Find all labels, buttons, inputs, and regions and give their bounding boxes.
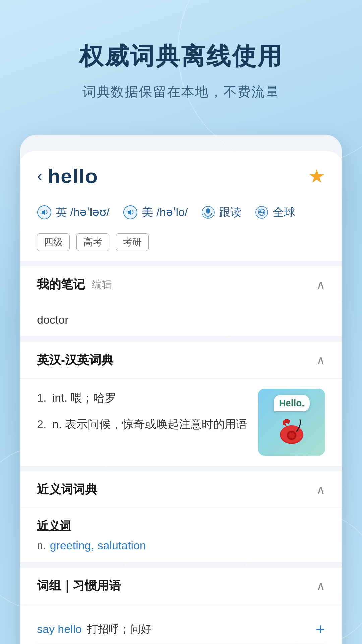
dict-def-2: 2. n. 表示问候，惊奇或唤起注意时的用语: [37, 415, 251, 433]
phrases-title: 词组｜习惯用语: [37, 578, 121, 594]
mic-icon: [201, 206, 215, 219]
hero-subtitle: 词典数据保留在本地，不费流量: [27, 83, 335, 101]
global-label: 全球: [273, 205, 295, 220]
svg-point-13: [294, 433, 296, 434]
dict-definitions: 1. int. 喂；哈罗 2. n. 表示问候，惊奇或唤起注意时的用语: [37, 389, 258, 441]
en-cn-dict-section: 英汉-汉英词典 ∧ 1. int. 喂；哈罗 2. n. 表示问候，惊奇或唤起注…: [20, 342, 342, 466]
pronunciation-row: 英 /həˈləʊ/ 美 /həˈlo/ 跟读: [20, 198, 342, 230]
global-icon: [255, 206, 268, 219]
speaker-uk-icon[interactable]: [37, 205, 52, 220]
phrases-collapse-icon[interactable]: ∧: [316, 579, 325, 593]
def-num-2: 2.: [37, 418, 46, 430]
pron-us: 美 /həˈlo/: [123, 205, 188, 220]
phrases-header: 词组｜习惯用语 ∧: [20, 568, 342, 604]
word-text: hello: [48, 165, 98, 188]
follow-read-label: 跟读: [219, 205, 242, 220]
telephone-illustration: [275, 415, 308, 448]
global-feature[interactable]: 全球: [255, 205, 295, 220]
dict-def-1: 1. int. 喂；哈罗: [37, 389, 251, 407]
word-header: ‹ hello ★: [20, 151, 342, 198]
dict-content: 1. int. 喂；哈罗 2. n. 表示问候，惊奇或唤起注意时的用语 Hell…: [20, 379, 342, 466]
phrase-add-icon-1[interactable]: +: [316, 620, 325, 638]
synonyms-content: 近义词 n. greeting, salutation: [20, 508, 342, 562]
note-text: doctor: [20, 303, 342, 336]
svg-point-12: [291, 431, 293, 433]
en-cn-dict-title: 英汉-汉英词典: [37, 352, 113, 368]
phrase-item-1: say hello 打招呼；问好 +: [37, 614, 325, 644]
notes-title: 我的笔记: [37, 276, 85, 293]
svg-point-14: [294, 436, 296, 438]
synonyms-collapse-icon[interactable]: ∧: [316, 483, 325, 497]
synonyms-section: 近义词词典 ∧ 近义词 n. greeting, salutation: [20, 471, 342, 562]
notes-title-left: 我的笔记 编辑: [37, 276, 112, 293]
notes-header: 我的笔记 编辑 ∧: [20, 266, 342, 303]
dictionary-card: ‹ hello ★ 英 /həˈləʊ/ 美 /həˈlo/: [20, 135, 342, 644]
syn-row: n. greeting, salutation: [37, 539, 325, 552]
phrase-left-1: say hello 打招呼；问好: [37, 622, 152, 637]
notes-section: 我的笔记 编辑 ∧ doctor: [20, 266, 342, 336]
tags-row: 四级 高考 考研: [20, 230, 342, 261]
hero-title: 权威词典离线使用: [27, 40, 335, 72]
notes-edit-button[interactable]: 编辑: [92, 278, 112, 291]
phrase-en-1[interactable]: say hello: [37, 623, 82, 636]
en-cn-dict-header: 英汉-汉英词典 ∧: [20, 342, 342, 379]
tag-gaokao: 高考: [76, 233, 109, 251]
pron-uk: 英 /həˈləʊ/: [37, 205, 110, 220]
synonyms-title: 近义词词典: [37, 481, 97, 498]
pron-us-text: 美 /həˈlo/: [142, 205, 188, 220]
hello-illustration: Hello.: [258, 389, 325, 456]
speaker-us-icon[interactable]: [123, 205, 138, 220]
notes-collapse-icon[interactable]: ∧: [316, 278, 325, 292]
tag-kaoyan: 考研: [116, 233, 149, 251]
back-button[interactable]: ‹: [37, 167, 43, 184]
synonyms-header: 近义词词典 ∧: [20, 471, 342, 508]
pron-uk-text: 英 /həˈləʊ/: [56, 205, 110, 220]
phrase-zh-1: 打招呼；问好: [87, 622, 152, 637]
follow-read[interactable]: 跟读: [201, 205, 242, 220]
tag-cet4: 四级: [37, 233, 70, 251]
svg-rect-3: [206, 208, 210, 214]
hello-bubble-text: Hello.: [274, 395, 310, 411]
syn-label: 近义词: [37, 518, 325, 534]
hero-section: 权威词典离线使用 词典数据保留在本地，不费流量: [0, 0, 362, 121]
svg-point-17: [288, 433, 289, 434]
svg-point-16: [288, 436, 290, 438]
en-cn-dict-collapse-icon[interactable]: ∧: [316, 353, 325, 367]
syn-words[interactable]: greeting, salutation: [50, 539, 146, 552]
phrases-section: 词组｜习惯用语 ∧ say hello 打招呼；问好 + hello every…: [20, 568, 342, 644]
def-text-1: int. 喂；哈罗: [52, 391, 116, 404]
phrases-content: say hello 打招呼；问好 + hello everyone 大家好: [20, 604, 342, 644]
word-nav: ‹ hello: [37, 165, 98, 188]
bookmark-star-icon[interactable]: ★: [308, 165, 325, 187]
svg-point-15: [291, 438, 293, 440]
syn-pos: n.: [37, 539, 46, 552]
def-num-1: 1.: [37, 391, 46, 404]
def-text-2: n. 表示问候，惊奇或唤起注意时的用语: [52, 418, 247, 430]
